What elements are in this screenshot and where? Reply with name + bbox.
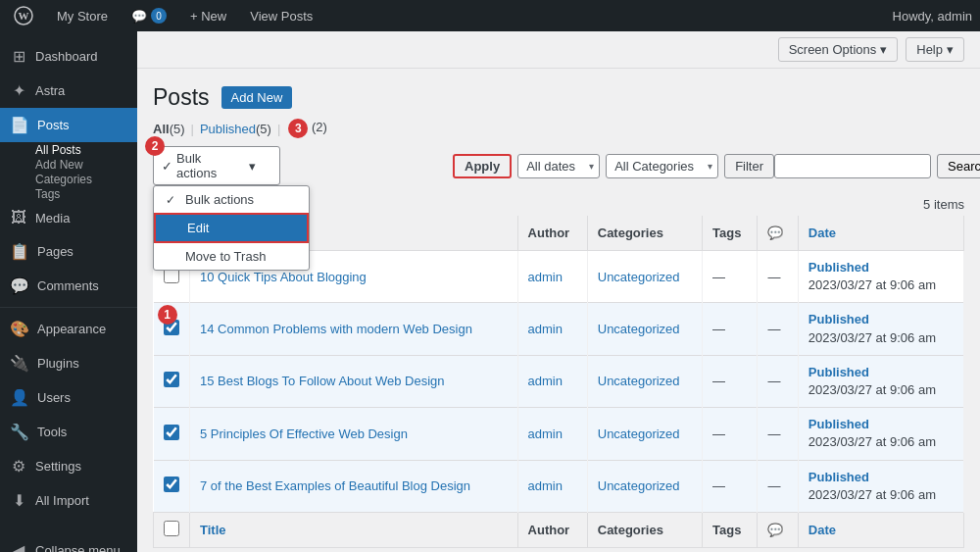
post-date-cell: Published2023/03/27 at 9:06 am [798, 355, 963, 407]
post-comments-cell: — [758, 251, 798, 303]
dropdown-item-edit[interactable]: Edit [154, 213, 309, 243]
post-category-link[interactable]: Uncategorized [598, 478, 680, 493]
help-chevron: ▾ [947, 42, 954, 57]
sidebar-item-astra[interactable]: ✦ Astra [0, 74, 137, 108]
table-row: 15 Best Blogs To Follow About Web Design… [154, 355, 964, 407]
post-category-link[interactable]: Uncategorized [598, 322, 680, 336]
sidebar-item-comments[interactable]: 💬 Comments [0, 269, 137, 303]
sidebar-item-users[interactable]: 👤 Users [0, 380, 137, 415]
add-new-button[interactable]: Add New [221, 86, 293, 109]
post-categories-cell: Uncategorized [587, 303, 702, 355]
view-posts-item[interactable]: View Posts [244, 0, 318, 31]
post-tags-cell: — [703, 460, 758, 512]
comments-dash: — [767, 374, 780, 388]
filter-link-all[interactable]: All [153, 120, 170, 138]
post-title-link[interactable]: 7 of the Best Examples of Beautiful Blog… [200, 478, 470, 493]
post-title-link[interactable]: 15 Best Blogs To Follow About Web Design [200, 374, 445, 388]
sidebar-item-label: Settings [35, 459, 81, 474]
wp-logo-icon: W [14, 6, 33, 25]
post-author-link[interactable]: admin [528, 270, 563, 284]
row-checkbox[interactable] [164, 372, 179, 387]
filter-links: All (5) | Published (5) | 3 (2) [153, 119, 964, 138]
post-author-link[interactable]: admin [528, 427, 563, 441]
sidebar-item-media[interactable]: 🖼 Media [0, 201, 137, 234]
screen-options-button[interactable]: Screen Options ▾ [778, 37, 899, 62]
post-title-link[interactable]: 10 Quick Tips About Blogging [200, 270, 367, 284]
filter-pub-count: (5) [256, 122, 271, 136]
media-icon: 🖼 [10, 209, 27, 226]
comments-item[interactable]: 💬 0 [125, 0, 172, 31]
footer-date-col[interactable]: Date [798, 512, 963, 547]
pages-icon: 📋 [10, 242, 29, 261]
date-status: Published [808, 417, 869, 431]
post-title-link[interactable]: 5 Principles Of Effective Web Design [200, 427, 408, 441]
post-author-link[interactable]: admin [528, 374, 563, 388]
sidebar-item-pages[interactable]: 📋 Pages [0, 234, 137, 269]
header-date-col[interactable]: Date [798, 216, 963, 251]
sidebar-item-tools[interactable]: 🔧 Tools [0, 415, 137, 449]
row-checkbox[interactable] [164, 477, 179, 492]
post-comments-cell: — [758, 355, 798, 407]
apply-button-top[interactable]: Apply [453, 154, 512, 178]
sidebar-item-posts[interactable]: 📄 Posts [0, 108, 137, 142]
sidebar-item-settings[interactable]: ⚙ Settings [0, 449, 137, 483]
footer-title-sort[interactable]: Title [200, 523, 226, 537]
post-category-link[interactable]: Uncategorized [598, 374, 680, 388]
footer-tags-col: Tags [703, 512, 758, 547]
sidebar-item-label: Dashboard [35, 49, 98, 64]
comments-dash: — [767, 270, 780, 284]
sidebar-item-allimport[interactable]: ⬇ All Import [0, 483, 137, 518]
filter-link-published[interactable]: Published [200, 120, 256, 138]
toolbar-row: 2 ✓ Bulk actions ▾ ✓ Bulk [153, 146, 964, 185]
dropdown-edit-label: Edit [187, 221, 209, 235]
post-tags-cell: — [703, 303, 758, 355]
bulk-actions-label: Bulk actions [176, 151, 245, 180]
header-tags-col: Tags [703, 216, 758, 251]
sidebar-item-dashboard[interactable]: ⊞ Dashboard [0, 39, 137, 74]
new-item[interactable]: + New [184, 0, 232, 31]
date-status: Published [808, 365, 869, 379]
date-sort-link[interactable]: Date [808, 226, 836, 240]
tags-dash: — [712, 374, 725, 388]
post-category-link[interactable]: Uncategorized [598, 427, 680, 441]
post-title-link[interactable]: 14 Common Problems with modern Web Desig… [200, 322, 472, 336]
post-author-cell: admin [517, 355, 587, 407]
post-author-link[interactable]: admin [528, 478, 563, 493]
sidebar-item-plugins[interactable]: 🔌 Plugins [0, 346, 137, 380]
post-author-cell: admin [517, 251, 587, 303]
search-input[interactable] [774, 154, 931, 178]
footer-date-sort[interactable]: Date [808, 523, 836, 537]
post-title-cell: 15 Best Blogs To Follow About Web Design [190, 355, 518, 407]
help-button[interactable]: Help ▾ [906, 37, 964, 62]
howdy-label: Howdy, admin [893, 9, 972, 24]
categories-select-wrap: All Categories ▾ [606, 154, 718, 178]
search-posts-button[interactable]: Search Posts [937, 154, 980, 178]
select-all-checkbox-footer[interactable] [164, 521, 179, 536]
row-checkbox[interactable] [164, 425, 179, 440]
sidebar-collapse-menu[interactable]: ◀ Collapse menu [0, 533, 137, 552]
footer-title-col[interactable]: Title [190, 512, 518, 547]
post-author-link[interactable]: admin [528, 322, 563, 336]
bulk-actions-display[interactable]: ✓ Bulk actions ▾ [153, 146, 280, 185]
dates-select[interactable]: All dates [517, 154, 600, 178]
bulk-actions-wrap: 2 ✓ Bulk actions ▾ ✓ Bulk [153, 146, 280, 185]
sidebar-sub-tags[interactable]: Tags [0, 183, 70, 205]
sidebar-item-appearance[interactable]: 🎨 Appearance [0, 312, 137, 346]
dropdown-bulk-label: Bulk actions [185, 192, 254, 207]
appearance-icon: 🎨 [10, 320, 29, 338]
bulk-dropdown-trigger[interactable]: ✓ Bulk actions ▾ ✓ Bulk actions [153, 146, 280, 185]
dropdown-item-bulk[interactable]: ✓ Bulk actions [154, 186, 309, 213]
store-name-item[interactable]: My Store [51, 0, 114, 31]
dropdown-item-trash[interactable]: Move to Trash [154, 243, 309, 270]
post-category-link[interactable]: Uncategorized [598, 270, 680, 284]
page-header: Posts Add New [153, 84, 964, 111]
bulk-check-icon: ✓ [162, 159, 172, 174]
categories-select[interactable]: All Categories [606, 154, 718, 178]
comment-icon: 💬 [131, 9, 147, 24]
table-footer-row: Title Author Categories Tags 💬 Date [154, 512, 964, 547]
tags-dash: — [712, 478, 725, 493]
post-comments-cell: — [758, 303, 798, 355]
wp-logo-item[interactable]: W [8, 0, 39, 31]
sidebar-item-label: Appearance [37, 322, 106, 336]
filter-button[interactable]: Filter [724, 154, 774, 178]
